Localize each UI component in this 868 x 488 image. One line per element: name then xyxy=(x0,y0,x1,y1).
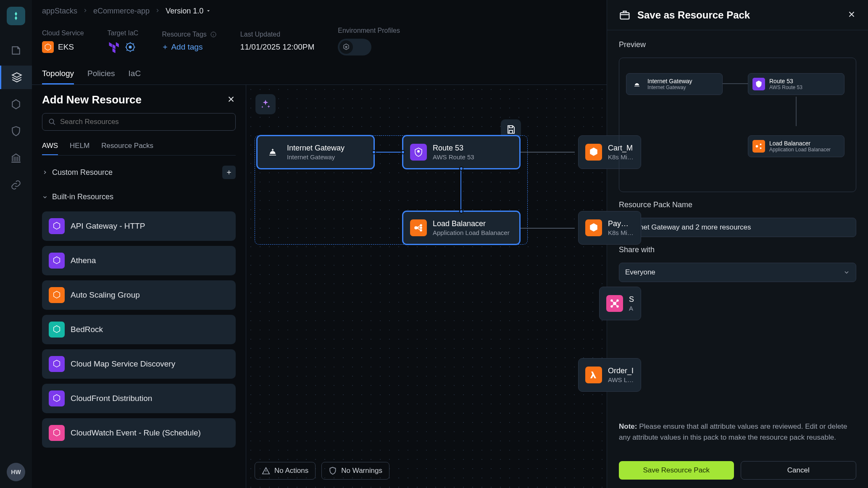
node-internet-gateway[interactable]: Internet GatewayInternet Gateway xyxy=(257,135,374,169)
sidepanel-title: Add New Resource xyxy=(42,93,142,106)
resource-tags-label: Resource Tags xyxy=(162,31,216,38)
resource-icon xyxy=(49,356,65,372)
add-custom-button[interactable] xyxy=(222,166,236,179)
resource-item[interactable]: Cloud Map Service Discovery xyxy=(42,349,236,379)
svg-point-17 xyxy=(617,300,618,301)
resource-label: Auto Scaling Group xyxy=(71,290,140,300)
resource-label: BedRock xyxy=(71,325,103,334)
load-balancer-icon xyxy=(410,219,427,236)
actions-chip[interactable]: No Actions xyxy=(255,462,316,480)
preview-node-lb: Load BalanacerApplication Load Balanacer xyxy=(748,135,844,157)
env-profiles-toggle[interactable] xyxy=(338,39,371,55)
rail-item-hex[interactable] xyxy=(0,92,32,116)
resource-icon xyxy=(49,322,65,338)
svg-point-23 xyxy=(756,145,758,148)
cancel-button[interactable]: Cancel xyxy=(741,461,857,480)
share-select[interactable]: Everyone xyxy=(619,263,856,282)
terraform-icon xyxy=(108,41,119,53)
add-tags-button[interactable]: Add tags xyxy=(162,42,216,52)
svg-point-25 xyxy=(760,148,761,149)
rail-item-layers[interactable] xyxy=(0,66,32,89)
svg-point-10 xyxy=(417,150,420,153)
search-icon xyxy=(48,118,56,126)
resource-item[interactable]: CloudWatch Event - Rule (Schedule) xyxy=(42,418,236,448)
resource-icon xyxy=(49,287,65,303)
resource-icon xyxy=(49,253,65,269)
crumb-root[interactable]: appStacks xyxy=(42,7,77,16)
last-updated-value: 11/01/2025 12:00PM xyxy=(240,42,314,52)
resource-item[interactable]: Athena xyxy=(42,246,236,275)
search-input[interactable] xyxy=(60,118,229,126)
chevron-down-icon xyxy=(843,269,850,276)
resource-item[interactable]: API Gateway - HTTP xyxy=(42,211,236,241)
preview-canvas: Internet GatewayInternet Gateway Route 5… xyxy=(619,58,856,192)
node-payment[interactable]: PaymenK8s Micro xyxy=(578,211,641,245)
svg-point-7 xyxy=(571,152,574,153)
resource-label: CloudWatch Event - Rule (Schedule) xyxy=(71,428,201,438)
sns-icon xyxy=(606,295,623,312)
chevron-right-icon xyxy=(155,7,160,16)
package-icon xyxy=(619,9,631,21)
resource-icon xyxy=(49,425,65,441)
share-label: Share with xyxy=(619,245,856,254)
svg-point-18 xyxy=(611,306,613,307)
resource-icon xyxy=(49,390,65,406)
chevron-right-icon xyxy=(42,169,48,175)
svg-point-3 xyxy=(49,119,54,124)
svg-rect-20 xyxy=(621,13,629,19)
node-route-53[interactable]: Route 53AWS Route 53 xyxy=(402,135,520,169)
name-label: Resource Pack Name xyxy=(619,200,856,209)
tab-policies[interactable]: Policies xyxy=(87,64,115,84)
crumb-app[interactable]: eCommerce-app xyxy=(93,7,150,16)
svg-point-12 xyxy=(420,224,422,226)
rail-item-link[interactable] xyxy=(0,173,32,197)
shield-icon xyxy=(329,467,337,475)
tab-topology[interactable]: Topology xyxy=(42,64,74,84)
preview-label: Preview xyxy=(619,40,856,49)
sp-tab-helm[interactable]: HELM xyxy=(70,137,89,155)
node-load-balancer[interactable]: Load BalanacerApplication Load Balanacer xyxy=(402,211,520,245)
crumb-version[interactable]: Version 1.0 xyxy=(166,7,211,16)
rail-item-bank[interactable] xyxy=(0,146,32,170)
ai-magic-button[interactable] xyxy=(255,94,276,114)
pack-name-input[interactable] xyxy=(619,218,856,237)
preview-node-r53: Route 53AWS Route 53 xyxy=(748,73,844,95)
chevron-right-icon xyxy=(82,7,88,16)
warnings-chip[interactable]: No Warnings xyxy=(321,462,389,480)
info-icon xyxy=(210,31,217,38)
close-icon[interactable] xyxy=(226,95,236,106)
resource-item[interactable]: Auto Scaling Group xyxy=(42,280,236,310)
chevron-down-icon xyxy=(42,194,48,200)
resource-item[interactable]: CloudFront Distribution xyxy=(42,384,236,413)
resource-label: CloudFront Distribution xyxy=(71,394,152,403)
close-icon[interactable] xyxy=(847,10,856,21)
tab-iac[interactable]: IaC xyxy=(129,64,141,84)
warning-icon xyxy=(262,467,270,475)
preview-node-ig: Internet GatewayInternet Gateway xyxy=(626,73,723,95)
sp-tab-packs[interactable]: Resource Packs xyxy=(101,137,153,155)
resource-icon xyxy=(49,218,65,234)
user-avatar[interactable]: HW xyxy=(7,463,25,481)
rail-item-shield[interactable] xyxy=(0,119,32,143)
builtin-section[interactable]: Built-in Resources xyxy=(42,189,236,205)
breadcrumb: appStacks eCommerce-app Version 1.0 xyxy=(32,0,607,22)
node-order[interactable]: Order_IAWS Lan xyxy=(578,358,641,392)
note-text: Note: Please ensure that all attribute v… xyxy=(619,421,856,443)
resource-item[interactable]: BedRock xyxy=(42,315,236,344)
sp-tab-aws[interactable]: AWS xyxy=(42,137,58,155)
svg-point-19 xyxy=(617,306,618,307)
rail-item-1[interactable] xyxy=(0,39,32,62)
search-input-wrapper[interactable] xyxy=(42,113,236,131)
lambda-icon xyxy=(585,367,602,383)
svg-point-1 xyxy=(129,46,132,49)
custom-resource-section[interactable]: Custom Resource xyxy=(42,162,236,182)
node-s[interactable]: SA xyxy=(599,287,641,320)
app-logo[interactable] xyxy=(7,7,25,25)
svg-point-9 xyxy=(571,228,574,229)
svg-point-16 xyxy=(611,300,613,301)
last-updated-label: Last Updated xyxy=(240,31,314,38)
save-pack-button[interactable]: Save Resource Pack xyxy=(619,461,734,480)
resource-label: API Gateway - HTTP xyxy=(71,222,145,231)
resource-label: Athena xyxy=(71,256,96,265)
cloud-service-label: Cloud Service xyxy=(42,29,84,37)
